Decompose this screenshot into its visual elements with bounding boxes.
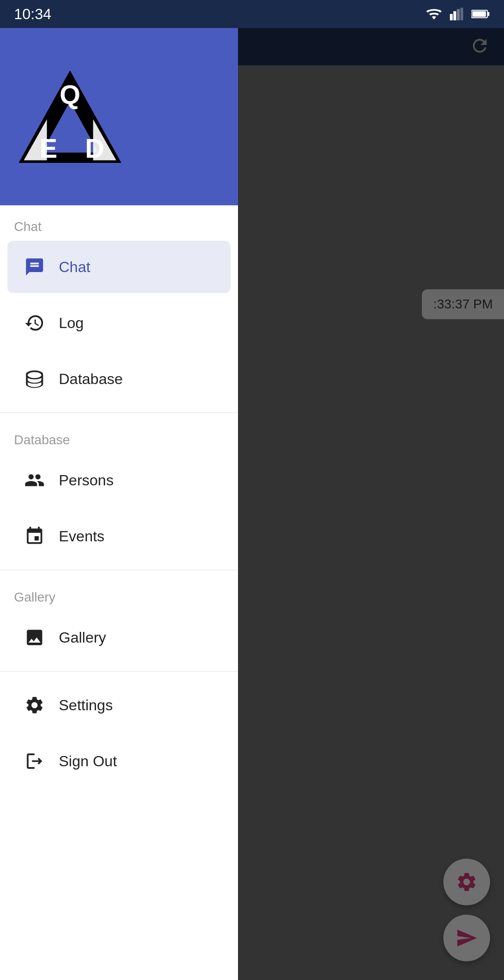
- status-time: 10:34: [14, 6, 51, 23]
- sidebar-item-database-label: Database: [59, 371, 123, 388]
- drawer-header: Q E D: [0, 28, 238, 205]
- main-content: :33:37 PM: [238, 28, 504, 980]
- signout-icon: [21, 748, 48, 774]
- section-label-database: Database: [0, 419, 238, 452]
- svg-rect-2: [457, 9, 460, 21]
- sidebar-item-signout-label: Sign Out: [59, 753, 117, 770]
- sidebar-item-chat-label: Chat: [59, 259, 91, 276]
- events-icon: [21, 523, 48, 549]
- sidebar-item-settings[interactable]: Settings: [7, 679, 231, 731]
- divider-2: [0, 570, 238, 570]
- gallery-icon: [21, 624, 48, 651]
- svg-rect-5: [488, 12, 490, 16]
- sidebar-item-database[interactable]: Database: [7, 353, 231, 405]
- divider-3: [0, 671, 238, 672]
- sidebar-item-settings-label: Settings: [59, 697, 113, 714]
- qed-logo: Q E D: [19, 65, 121, 168]
- chat-icon: [21, 254, 48, 280]
- svg-rect-6: [472, 11, 486, 17]
- signal-icon: [450, 7, 464, 21]
- section-label-gallery: Gallery: [0, 576, 238, 609]
- status-icons: [426, 7, 490, 21]
- sidebar-item-persons-label: Persons: [59, 472, 113, 489]
- sidebar-item-signout[interactable]: Sign Out: [7, 735, 231, 787]
- svg-text:Q: Q: [60, 80, 80, 110]
- sidebar-item-gallery[interactable]: Gallery: [7, 611, 231, 664]
- sidebar-item-gallery-label: Gallery: [59, 629, 106, 646]
- divider-1: [0, 413, 238, 413]
- wifi-icon: [426, 7, 442, 21]
- battery-icon: [471, 8, 490, 20]
- navigation-drawer: Q E D Chat Chat Log: [0, 28, 238, 980]
- sidebar-item-events[interactable]: Events: [7, 510, 231, 562]
- drawer-scrim[interactable]: [238, 28, 504, 980]
- sidebar-item-persons[interactable]: Persons: [7, 454, 231, 506]
- svg-rect-3: [461, 8, 463, 21]
- section-label-chat: Chat: [0, 205, 238, 239]
- settings-icon: [21, 692, 48, 718]
- sidebar-item-log-label: Log: [59, 315, 84, 332]
- status-bar: 10:34: [0, 0, 504, 28]
- svg-rect-0: [450, 14, 453, 21]
- sidebar-item-events-label: Events: [59, 528, 105, 545]
- sidebar-item-chat[interactable]: Chat: [7, 241, 231, 293]
- svg-text:E: E: [40, 133, 57, 163]
- svg-text:D: D: [85, 133, 104, 163]
- database-icon: [21, 366, 48, 392]
- persons-icon: [21, 467, 48, 493]
- sidebar-item-log[interactable]: Log: [7, 297, 231, 349]
- log-icon: [21, 310, 48, 336]
- svg-rect-1: [454, 11, 456, 21]
